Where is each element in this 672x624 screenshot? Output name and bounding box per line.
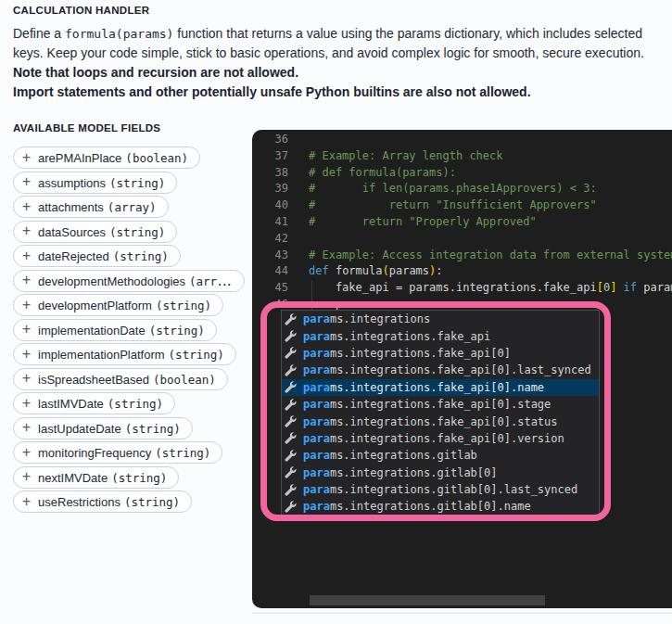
suggestion-matched-text: para bbox=[303, 415, 330, 428]
suggestion-item[interactable]: params.integrations.gitlab bbox=[282, 447, 599, 464]
code-line: 39# if len(params.phase1Approvers) < 3: bbox=[252, 181, 672, 197]
field-pill-dateRejected[interactable]: +dateRejected(string) bbox=[13, 245, 181, 267]
line-number: 37 bbox=[252, 148, 288, 165]
description-line-2: keys. Keep your code simple, stick to ba… bbox=[13, 45, 644, 60]
suggestion-matched-text: para bbox=[303, 363, 330, 376]
suggestion-item[interactable]: params.integrations.gitlab[0].name bbox=[282, 498, 599, 515]
wrench-icon bbox=[285, 466, 303, 478]
field-pill-monitoringFrequency[interactable]: +monitoringFrequency(string) bbox=[13, 441, 222, 464]
field-name: useRestrictions bbox=[38, 495, 120, 509]
field-pill-label: developmentPlatform(string) bbox=[38, 297, 211, 313]
field-type: (string) bbox=[155, 446, 210, 460]
field-pill-nextIMVDate[interactable]: +nextIMVDate(string) bbox=[13, 466, 179, 489]
field-pill-label: developmentMethodologies(array) bbox=[38, 273, 233, 289]
field-pill-arePMAInPlace[interactable]: +arePMAInPlace(boolean) bbox=[13, 146, 200, 169]
code-line-text: # return "Insufficient Approvers" bbox=[309, 197, 597, 214]
suggestion-rest-text: ms.integrations.gitlab[0].last_synced bbox=[330, 483, 577, 496]
field-pill-lastIMVDate[interactable]: +lastIMVDate(string) bbox=[13, 392, 175, 414]
code-line: 36 bbox=[252, 132, 672, 148]
plus-icon: + bbox=[22, 397, 31, 411]
suggestion-matched-text: para bbox=[303, 398, 330, 411]
suggestion-matched-text: para bbox=[303, 466, 330, 479]
suggestion-rest-text: ms.integrations.gitlab[0].name bbox=[330, 500, 531, 513]
field-type: (string) bbox=[124, 495, 180, 509]
suggestion-item[interactable]: params.integrations.fake_api[0].stage bbox=[282, 396, 599, 413]
field-type: (array) bbox=[108, 200, 157, 214]
code-line: 45 fake_api = params.integrations.fake_a… bbox=[252, 280, 672, 297]
field-pill-isSpreadsheetBased[interactable]: +isSpreadsheetBased(boolean) bbox=[13, 368, 228, 390]
field-name: implementationDate bbox=[38, 324, 146, 337]
model-fields-list: +arePMAInPlace(boolean)+assumptions(stri… bbox=[13, 146, 245, 513]
plus-icon: + bbox=[22, 323, 31, 337]
suggestion-item[interactable]: params.integrations bbox=[282, 311, 599, 327]
field-type: (string) bbox=[109, 176, 165, 190]
plus-icon: + bbox=[22, 495, 31, 509]
suggestion-rest-text: ms.integrations.fake_api[0].name bbox=[330, 381, 544, 394]
field-name: nextIMVDate bbox=[38, 471, 108, 485]
code-line: 42 bbox=[252, 231, 672, 248]
field-pill-label: implementationDate(string) bbox=[38, 322, 205, 338]
field-pill-implementationDate[interactable]: +implementationDate(string) bbox=[13, 319, 217, 341]
field-pill-developmentPlatform[interactable]: +developmentPlatform(string) bbox=[13, 294, 223, 316]
field-pill-label: isSpreadsheetBased(boolean) bbox=[38, 371, 216, 388]
plus-icon: + bbox=[22, 249, 31, 263]
plus-icon: + bbox=[22, 224, 31, 238]
plus-icon: + bbox=[22, 470, 31, 484]
wrench-icon bbox=[285, 484, 303, 496]
suggestion-matched-text: para bbox=[303, 312, 330, 325]
wrench-icon bbox=[285, 432, 303, 444]
suggestion-item[interactable]: params.integrations.fake_api[0].version bbox=[282, 430, 599, 447]
field-pill-label: arePMAInPlace(boolean) bbox=[38, 149, 188, 166]
field-pill-label: dataSources(string) bbox=[38, 223, 165, 240]
field-name: assumptions bbox=[38, 176, 106, 190]
wrench-icon bbox=[285, 399, 303, 411]
horizontal-scrollbar[interactable] bbox=[310, 595, 545, 605]
field-pill-developmentMethodologies[interactable]: +developmentMethodologies(array) bbox=[13, 270, 245, 292]
suggestion-rest-text: ms.integrations bbox=[330, 312, 430, 325]
code-line: 43# Example: Access integration data fro… bbox=[252, 248, 672, 264]
field-name: implementationPlatform bbox=[38, 348, 165, 362]
line-number: 36 bbox=[252, 132, 288, 148]
field-pill-label: lastUpdateDate(string) bbox=[38, 420, 181, 437]
line-number: 44 bbox=[252, 263, 288, 280]
suggestion-item[interactable]: params.integrations.fake_api[0].last_syn… bbox=[282, 362, 599, 378]
suggestion-item[interactable]: params.integrations.fake_api[0] bbox=[282, 345, 599, 362]
suggestion-rest-text: ms.integrations.fake_api[0].version bbox=[330, 432, 564, 445]
field-pill-implementationPlatform[interactable]: +implementationPlatform(string) bbox=[13, 343, 236, 365]
code-line: 41# return "Properly Approved" bbox=[252, 214, 672, 231]
code-area[interactable]: 3637# Example: Array length check38# def… bbox=[252, 132, 672, 313]
field-type: (string) bbox=[111, 471, 167, 485]
suggestion-item[interactable]: params.integrations.fake_api bbox=[282, 327, 599, 344]
line-number: 38 bbox=[252, 165, 288, 182]
field-type: (string) bbox=[169, 348, 224, 362]
plus-icon: + bbox=[22, 348, 31, 362]
field-pill-label: useRestrictions(string) bbox=[38, 493, 180, 510]
suggestion-rest-text: ms.integrations.fake_api bbox=[330, 330, 490, 343]
line-number: 43 bbox=[252, 248, 288, 264]
plus-icon: + bbox=[22, 151, 31, 165]
field-pill-label: lastIMVDate(string) bbox=[38, 395, 163, 412]
field-name: lastIMVDate bbox=[38, 397, 104, 411]
field-type: (array) bbox=[189, 274, 233, 288]
suggestion-item-selected[interactable]: params.integrations.fake_api[0].name bbox=[282, 379, 599, 396]
suggestion-item[interactable]: params.integrations.gitlab[0] bbox=[282, 465, 599, 481]
plus-icon: + bbox=[22, 175, 31, 189]
field-pill-useRestrictions[interactable]: +useRestrictions(string) bbox=[13, 490, 192, 513]
field-pill-assumptions[interactable]: +assumptions(string) bbox=[13, 172, 177, 194]
field-name: arePMAInPlace bbox=[38, 151, 121, 165]
suggestion-item[interactable]: params.integrations.gitlab[0].last_synce… bbox=[282, 481, 599, 498]
autocomplete-dropdown: params.integrationsparams.integrations.f… bbox=[281, 310, 600, 516]
suggestion-rest-text: ms.integrations.fake_api[0].status bbox=[330, 415, 558, 428]
wrench-icon bbox=[285, 415, 303, 427]
suggestion-rest-text: ms.integrations.fake_api[0] bbox=[330, 347, 511, 360]
field-pill-attachments[interactable]: +attachments(array) bbox=[13, 196, 169, 218]
field-type: (string) bbox=[125, 422, 181, 436]
field-pill-lastUpdateDate[interactable]: +lastUpdateDate(string) bbox=[13, 417, 193, 439]
field-name: dateRejected bbox=[38, 249, 109, 263]
suggestion-item[interactable]: params.integrations.fake_api[0].status bbox=[282, 413, 599, 429]
code-editor[interactable]: 3637# Example: Array length check38# def… bbox=[252, 130, 672, 608]
line-number: 45 bbox=[252, 280, 288, 297]
field-pill-dataSources[interactable]: +dataSources(string) bbox=[13, 221, 177, 243]
code-line: 38# def formula(params): bbox=[252, 165, 672, 182]
section-divider bbox=[252, 612, 672, 614]
